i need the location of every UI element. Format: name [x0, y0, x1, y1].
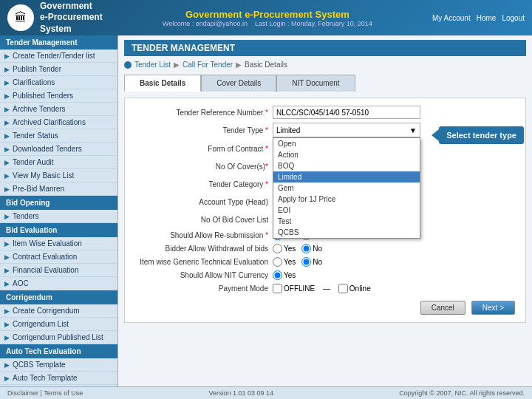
allow-evaluation-label: Item wise Generic Technical Evaluation	[135, 258, 268, 266]
eval-yes-label[interactable]: Yes	[273, 257, 296, 267]
footer: Disclaimer | Terms of Use Version 1.01 0…	[0, 386, 532, 399]
no-of-bid-label: No Of Bid Cover List	[135, 216, 268, 224]
my-account-link[interactable]: My Account	[432, 14, 471, 22]
sidebar-item-corrigendum-list[interactable]: ▶Corrigendum List	[0, 318, 117, 331]
allow-evaluation-row: Item wise Generic Technical Evaluation Y…	[135, 257, 515, 267]
form-card: Tender Reference Number * Tender Type * …	[124, 98, 526, 323]
button-row: Cancel Next >	[135, 301, 515, 315]
tender-category-label: Tender Category *	[135, 180, 268, 188]
payment-offline-checkbox[interactable]	[273, 284, 282, 293]
payment-mode-label: Payment Mode	[135, 284, 268, 293]
logo-section: 🏛 Government e-Procurement System	[7, 1, 103, 35]
breadcrumb-basic-details: Basic Details	[245, 61, 287, 69]
option-gem[interactable]: Gem	[273, 183, 420, 194]
payment-online-checkbox[interactable]	[338, 284, 348, 293]
logout-link[interactable]: Logout	[502, 14, 525, 22]
sidebar-item-financial-eval[interactable]: ▶Financial Evaluation	[0, 264, 117, 277]
cancel-button[interactable]: Cancel	[420, 301, 466, 315]
withdrawal-yes-label[interactable]: Yes	[273, 244, 296, 253]
sidebar-item-published-tenders[interactable]: ▶Published Tenders	[0, 89, 117, 103]
option-test[interactable]: Test	[273, 216, 420, 227]
tab-cover-details[interactable]: Cover Details	[201, 75, 276, 92]
tender-ref-label: Tender Reference Number *	[135, 109, 268, 117]
sidebar-item-view-basic-list[interactable]: ▶View My Basic List	[0, 169, 117, 183]
allow-withdrawal-radio-group: Yes No	[273, 244, 322, 253]
eval-no-label[interactable]: No	[301, 257, 322, 267]
footer-left[interactable]: Disclaimer | Terms of Use	[7, 389, 83, 397]
sidebar-section-corrigendum: Corrigendum	[0, 290, 117, 304]
sidebar-section-auto-tech: Auto Tech Evaluation	[0, 344, 117, 358]
header-date-info: Welcome : endapi@yahoo.in Last Login : M…	[103, 20, 432, 27]
dropdown-arrow-icon: ▼	[409, 126, 417, 134]
eval-no-radio[interactable]	[301, 257, 311, 267]
sidebar-item-corrigendum-published[interactable]: ▶Corrigendum Published List	[0, 331, 117, 344]
breadcrumb: Tender List ▶ Call For Tender ▶ Basic De…	[124, 61, 526, 69]
option-open1[interactable]: Open	[273, 138, 420, 149]
sidebar-item-create-corrigendum[interactable]: ▶Create Corrigendum	[0, 304, 117, 318]
sidebar-item-auto-tech-template[interactable]: ▶Auto Tech Template	[0, 372, 117, 385]
allow-currency-row: Should Allow NIT Currency Yes	[135, 270, 515, 280]
withdrawal-no-label[interactable]: No	[301, 244, 322, 253]
sidebar-item-create-tender[interactable]: ▶Create Tender/Tender list	[0, 50, 117, 63]
logo-emblem: 🏛	[7, 4, 34, 31]
tender-type-selected[interactable]: Limited ▼	[273, 123, 420, 137]
sidebar-item-aoc[interactable]: ▶AOC	[0, 277, 117, 290]
sidebar-item-qcbs-template[interactable]: ▶QCBS Template	[0, 358, 117, 372]
payment-online-label[interactable]: Online	[338, 284, 371, 293]
header: 🏛 Government e-Procurement System Govern…	[0, 0, 532, 35]
next-button[interactable]: Next >	[471, 301, 515, 315]
withdrawal-yes-radio[interactable]	[273, 244, 282, 253]
withdrawal-no-radio[interactable]	[301, 244, 311, 253]
account-type-label: Account Type (Head)	[135, 198, 268, 206]
tab-basic-details[interactable]: Basic Details	[124, 75, 201, 92]
tooltip-arrow-icon	[432, 129, 439, 141]
sidebar-item-publish-tender[interactable]: ▶Publish Tender	[0, 63, 117, 76]
content-area: TENDER MANAGEMENT Tender List ▶ Call For…	[118, 35, 532, 399]
sidebar-item-pre-bid[interactable]: ▶Pre-Bid Manren	[0, 183, 117, 196]
option-action[interactable]: Action	[273, 149, 420, 160]
option-apply-price[interactable]: Apply for 1J Price	[273, 194, 420, 205]
sidebar-item-contract-eval[interactable]: ▶Contract Evaluation	[0, 250, 117, 264]
footer-right: Copyright © 2007, NIC. All rights reserv…	[399, 389, 525, 397]
tender-type-label: Tender Type *	[135, 126, 268, 134]
sidebar-item-clarifications[interactable]: ▶Clarifications	[0, 76, 117, 89]
tender-type-dropdown-list: Open Action BOQ Limited Gem Apply for 1J…	[273, 137, 420, 239]
no-of-covers-label: No Of Cover(s)*	[135, 163, 268, 171]
option-limited[interactable]: Limited	[273, 171, 420, 183]
sidebar-item-tenders[interactable]: ▶Tenders	[0, 210, 117, 223]
tender-ref-row: Tender Reference Number *	[135, 106, 515, 119]
sidebar-item-downloaded-tenders[interactable]: ▶Downloaded Tenders	[0, 143, 117, 156]
tooltip-callout: Select tender type	[439, 126, 524, 144]
allow-currency-radio-group: Yes	[273, 270, 296, 280]
sidebar-item-item-wise[interactable]: ▶Item Wise Evaluation	[0, 237, 117, 250]
option-qcbs[interactable]: QCBS	[273, 227, 420, 238]
header-links: My Account Home Logout	[432, 14, 525, 22]
allow-currency-label: Should Allow NIT Currency	[135, 271, 268, 279]
sidebar-item-tender-audit[interactable]: ▶Tender Audit	[0, 156, 117, 169]
form-of-contract-label: Form of Contract *	[135, 145, 268, 153]
allow-withdrawal-row: Bidder Allow Withdrawal of bids Yes No	[135, 244, 515, 253]
sidebar-item-tender-status[interactable]: ▶Tender Status	[0, 129, 117, 143]
allow-resubmit-label: Should Allow Re-submission *	[135, 231, 268, 239]
tender-type-dropdown[interactable]: Limited ▼ Open Action BOQ Limited Gem Ap…	[273, 123, 420, 137]
sidebar-section-bid-opening: Bid Opening	[0, 196, 117, 210]
payment-mode-row: Payment Mode OFFLINE — Online	[135, 284, 515, 293]
tab-nit-document[interactable]: NIT Document	[276, 75, 355, 92]
breadcrumb-dot	[124, 61, 132, 69]
eval-yes-radio[interactable]	[273, 257, 282, 267]
sidebar-section-tender-management: Tender Management	[0, 35, 117, 50]
home-link[interactable]: Home	[477, 14, 497, 22]
sidebar-item-archive-tenders[interactable]: ▶Archive Tenders	[0, 103, 117, 116]
payment-mode-radio-group: OFFLINE — Online	[273, 284, 371, 293]
breadcrumb-call-for-tender[interactable]: Call For Tender	[183, 61, 233, 69]
tender-ref-input[interactable]	[273, 106, 420, 119]
option-eoi[interactable]: EOI	[273, 205, 420, 216]
sidebar-item-archived-clarifications[interactable]: ▶Archived Clarifications	[0, 116, 117, 129]
breadcrumb-tender-list[interactable]: Tender List	[134, 61, 171, 69]
payment-offline-label[interactable]: OFFLINE	[273, 284, 315, 293]
currency-yes-label[interactable]: Yes	[273, 270, 296, 280]
currency-yes-radio[interactable]	[273, 270, 282, 280]
header-title: Government e-Procurement System	[103, 9, 432, 20]
sidebar-section-bid-evaluation: Bid Evaluation	[0, 223, 117, 237]
option-boq[interactable]: BOQ	[273, 160, 420, 171]
